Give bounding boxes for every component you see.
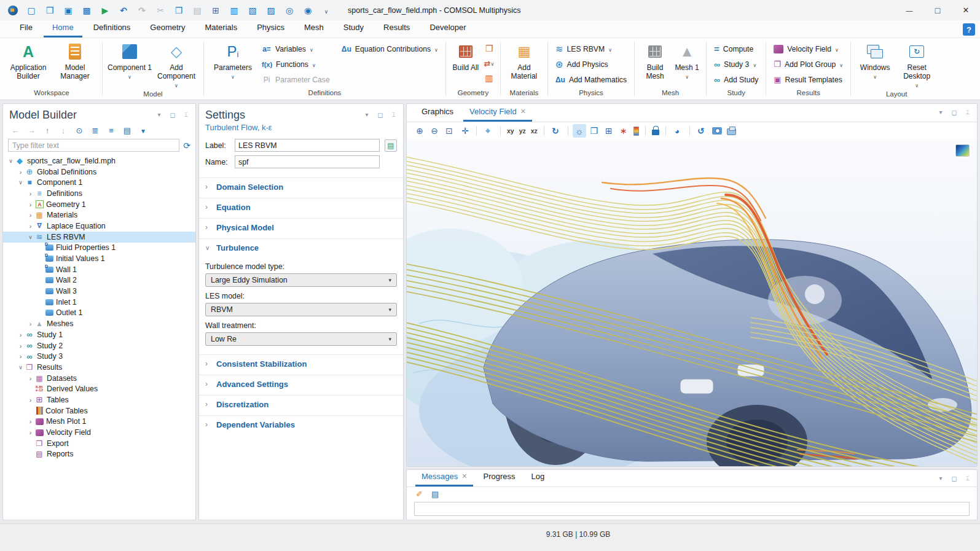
tree-item[interactable]: Datasets bbox=[3, 373, 195, 384]
add-component-button[interactable]: Add Component bbox=[153, 41, 200, 89]
tree-item[interactable]: Wall 2 bbox=[3, 275, 195, 286]
tree-expander-icon[interactable] bbox=[26, 222, 34, 230]
tree-item[interactable]: Materials bbox=[3, 209, 195, 221]
tree-item[interactable]: Study 3 bbox=[3, 351, 195, 362]
graphics-tool-button[interactable] bbox=[544, 126, 544, 136]
tree-item[interactable]: Velocity Field bbox=[3, 427, 195, 438]
rebuild-button[interactable] bbox=[482, 56, 496, 71]
section-discretization[interactable]: Discretization bbox=[199, 395, 403, 413]
tab-close-icon[interactable]: ✕ bbox=[461, 472, 467, 480]
section-dependent-variables[interactable]: Dependent Variables bbox=[199, 415, 403, 433]
qat-button[interactable] bbox=[226, 3, 242, 18]
ribbon-tab[interactable]: Home bbox=[44, 20, 82, 37]
messages-tab[interactable]: Messages ✕ bbox=[415, 469, 473, 487]
graphics-tool-button[interactable] bbox=[710, 124, 724, 138]
functions-button[interactable]: f(x) Functions bbox=[258, 57, 442, 72]
qat-button[interactable] bbox=[318, 3, 334, 18]
ribbon-tab[interactable]: Study bbox=[335, 20, 372, 37]
tree-item[interactable]: Geometry 1 bbox=[3, 199, 195, 210]
qat-button[interactable] bbox=[134, 3, 150, 18]
tree-expander-icon[interactable] bbox=[26, 190, 34, 197]
graphics-tool-button[interactable] bbox=[602, 124, 616, 138]
tree-item[interactable]: Initial Values 1 bbox=[3, 253, 195, 264]
refresh-icon[interactable]: ⟳ bbox=[183, 141, 190, 150]
model-builder-tool-button[interactable] bbox=[88, 124, 103, 136]
panel-pin-icon[interactable] bbox=[963, 109, 972, 117]
qat-button[interactable] bbox=[189, 3, 205, 18]
graphics-tool-button[interactable] bbox=[665, 126, 666, 136]
graphics-tool-button[interactable] bbox=[458, 124, 472, 138]
add-material-button[interactable]: Add Material bbox=[504, 41, 544, 80]
component-1-button[interactable]: Component 1 bbox=[106, 41, 153, 80]
section-consistent-stabilization[interactable]: Consistent Stabilization bbox=[199, 354, 403, 372]
graphics-tool-button[interactable] bbox=[650, 124, 661, 138]
model-builder-tool-button[interactable] bbox=[136, 124, 151, 136]
plot-thumbnail-button[interactable] bbox=[955, 144, 970, 157]
add-mathematics-button[interactable]: Add Mathematics bbox=[552, 72, 630, 87]
panel-float-icon[interactable] bbox=[950, 475, 958, 483]
panel-menu-icon[interactable] bbox=[936, 109, 945, 117]
study-3-button[interactable]: Study 3 bbox=[710, 57, 762, 72]
tree-expander-icon[interactable] bbox=[26, 211, 34, 219]
build-all-button[interactable]: Build All bbox=[450, 41, 482, 72]
qat-button[interactable] bbox=[300, 3, 316, 18]
tree-expander-icon[interactable] bbox=[26, 234, 34, 240]
velocity-field-button[interactable]: Velocity Field bbox=[770, 41, 847, 57]
tree-item[interactable]: Mesh Plot 1 bbox=[3, 416, 195, 428]
tree-expander-icon[interactable] bbox=[26, 320, 34, 327]
ribbon-tab[interactable]: File bbox=[11, 20, 41, 37]
panel-float-icon[interactable] bbox=[376, 111, 385, 119]
graphics-tool-button[interactable] bbox=[632, 124, 641, 138]
section-equation[interactable]: Equation bbox=[199, 198, 403, 216]
parameters-button[interactable]: Parameters bbox=[208, 41, 258, 80]
graphics-tool-button[interactable] bbox=[428, 124, 441, 138]
graphics-tool-button[interactable] bbox=[481, 124, 496, 138]
tree-item[interactable]: Meshes bbox=[3, 318, 195, 329]
qat-button[interactable] bbox=[116, 3, 131, 18]
panel-menu-icon[interactable] bbox=[936, 475, 945, 483]
qat-button[interactable] bbox=[23, 3, 39, 18]
panel-pin-icon[interactable] bbox=[182, 111, 190, 119]
graphics-tool-button[interactable] bbox=[645, 126, 646, 136]
tree-expander-icon[interactable] bbox=[17, 364, 25, 370]
graphics-tool-button[interactable] bbox=[549, 124, 563, 138]
tree-expander-icon[interactable] bbox=[26, 396, 34, 404]
reset-desktop-button[interactable]: Reset Desktop bbox=[895, 41, 938, 89]
qat-button[interactable] bbox=[152, 3, 168, 18]
graphics-tool-button[interactable] bbox=[413, 124, 426, 138]
tree-item[interactable]: sports_car_flow_field.mph bbox=[3, 155, 195, 166]
ribbon-tab[interactable]: Materials bbox=[196, 20, 246, 37]
graphics-tool-button[interactable]: xz bbox=[529, 124, 539, 138]
ribbon-tab[interactable]: Physics bbox=[248, 20, 293, 37]
tree-filter-input[interactable] bbox=[8, 139, 179, 152]
les-model-select[interactable]: RBVM ▾ bbox=[205, 303, 397, 316]
tree-expander-icon[interactable] bbox=[17, 342, 25, 350]
graphics-tool-button[interactable] bbox=[694, 124, 709, 138]
messages-tool-button[interactable] bbox=[429, 487, 441, 501]
graphics-tool-button[interactable]: yz bbox=[517, 124, 528, 138]
qat-button[interactable] bbox=[263, 3, 279, 18]
qat-button[interactable] bbox=[42, 3, 58, 18]
tree-expander-icon[interactable] bbox=[26, 375, 34, 382]
graphics-tool-button[interactable] bbox=[725, 124, 738, 138]
model-builder-tool-button[interactable] bbox=[56, 124, 71, 136]
tree-expander-icon[interactable] bbox=[7, 158, 15, 164]
ribbon-tab[interactable]: Developer bbox=[421, 20, 474, 37]
qat-button[interactable] bbox=[60, 3, 76, 18]
model-manager-button[interactable]: Model Manager bbox=[52, 41, 98, 80]
qat-button[interactable] bbox=[245, 3, 261, 18]
tree-expander-icon[interactable] bbox=[17, 168, 25, 176]
tree-expander-icon[interactable] bbox=[17, 353, 25, 360]
graphics-tool-button[interactable] bbox=[573, 124, 586, 138]
graphics-tool-button[interactable] bbox=[689, 126, 690, 136]
graphics-tab[interactable]: Velocity Field ✕ bbox=[463, 104, 532, 122]
insert-sequence-button[interactable] bbox=[482, 41, 496, 56]
application-builder-button[interactable]: Application Builder bbox=[5, 41, 52, 80]
panel-menu-icon[interactable] bbox=[155, 111, 163, 119]
physics-interface-button[interactable]: LES RBVM bbox=[552, 41, 630, 57]
qat-button[interactable] bbox=[5, 3, 21, 18]
add-study-button[interactable]: Add Study bbox=[710, 72, 762, 87]
model-builder-tool-button[interactable] bbox=[24, 124, 39, 136]
model-builder-tool-button[interactable] bbox=[104, 124, 119, 136]
tree-item[interactable]: Derived Values bbox=[3, 383, 195, 394]
